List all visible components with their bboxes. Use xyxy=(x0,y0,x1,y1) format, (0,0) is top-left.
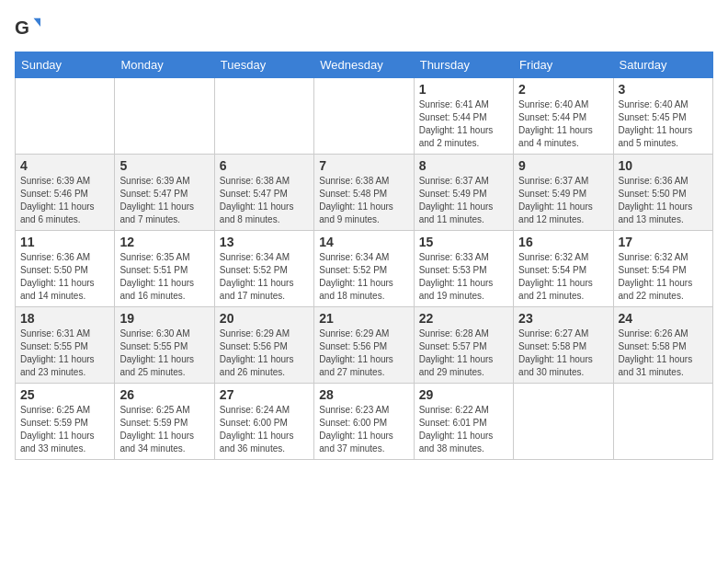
calendar-cell: 9Sunrise: 6:37 AM Sunset: 5:49 PM Daylig… xyxy=(514,155,613,231)
calendar-cell: 13Sunrise: 6:34 AM Sunset: 5:52 PM Dayli… xyxy=(214,231,313,307)
day-info: Sunrise: 6:26 AM Sunset: 5:58 PM Dayligh… xyxy=(619,327,708,379)
calendar-cell xyxy=(314,78,414,155)
calendar-cell xyxy=(214,78,313,155)
day-info: Sunrise: 6:25 AM Sunset: 5:59 PM Dayligh… xyxy=(119,404,209,455)
day-info: Sunrise: 6:23 AM Sunset: 6:00 PM Dayligh… xyxy=(319,404,408,455)
calendar-cell xyxy=(115,78,214,155)
weekday-header-friday: Friday xyxy=(514,52,613,78)
calendar-cell: 2Sunrise: 6:40 AM Sunset: 5:44 PM Daylig… xyxy=(514,78,613,155)
day-number: 6 xyxy=(220,158,309,173)
calendar-cell: 22Sunrise: 6:28 AM Sunset: 5:57 PM Dayli… xyxy=(414,307,513,384)
day-info: Sunrise: 6:33 AM Sunset: 5:53 PM Dayligh… xyxy=(419,251,508,303)
week-row-4: 18Sunrise: 6:31 AM Sunset: 5:55 PM Dayli… xyxy=(16,307,713,384)
day-number: 28 xyxy=(319,387,408,402)
day-info: Sunrise: 6:29 AM Sunset: 5:56 PM Dayligh… xyxy=(220,327,309,379)
calendar-cell: 15Sunrise: 6:33 AM Sunset: 5:53 PM Dayli… xyxy=(414,231,513,307)
day-number: 14 xyxy=(319,235,408,249)
day-info: Sunrise: 6:30 AM Sunset: 5:55 PM Dayligh… xyxy=(119,327,209,379)
calendar-cell: 16Sunrise: 6:32 AM Sunset: 5:54 PM Dayli… xyxy=(514,231,613,307)
week-row-2: 4Sunrise: 6:39 AM Sunset: 5:46 PM Daylig… xyxy=(16,155,713,231)
day-info: Sunrise: 6:38 AM Sunset: 5:47 PM Dayligh… xyxy=(220,175,309,226)
day-info: Sunrise: 6:32 AM Sunset: 5:54 PM Dayligh… xyxy=(518,251,608,303)
calendar-cell: 23Sunrise: 6:27 AM Sunset: 5:58 PM Dayli… xyxy=(514,307,613,384)
calendar-cell: 14Sunrise: 6:34 AM Sunset: 5:52 PM Dayli… xyxy=(314,231,414,307)
day-number: 13 xyxy=(220,235,309,249)
day-number: 20 xyxy=(220,311,309,326)
day-info: Sunrise: 6:22 AM Sunset: 6:01 PM Dayligh… xyxy=(419,404,508,455)
calendar-cell: 12Sunrise: 6:35 AM Sunset: 5:51 PM Dayli… xyxy=(115,231,214,307)
day-info: Sunrise: 6:39 AM Sunset: 5:46 PM Dayligh… xyxy=(20,175,109,226)
week-row-5: 25Sunrise: 6:25 AM Sunset: 5:59 PM Dayli… xyxy=(16,384,713,460)
weekday-header-thursday: Thursday xyxy=(414,52,513,78)
day-info: Sunrise: 6:36 AM Sunset: 5:50 PM Dayligh… xyxy=(619,175,708,226)
calendar-cell: 4Sunrise: 6:39 AM Sunset: 5:46 PM Daylig… xyxy=(16,155,115,231)
weekday-header-monday: Monday xyxy=(115,52,214,78)
calendar-cell: 26Sunrise: 6:25 AM Sunset: 5:59 PM Dayli… xyxy=(115,384,214,460)
week-row-3: 11Sunrise: 6:36 AM Sunset: 5:50 PM Dayli… xyxy=(16,231,713,307)
day-number: 9 xyxy=(518,158,608,173)
calendar-cell: 7Sunrise: 6:38 AM Sunset: 5:48 PM Daylig… xyxy=(314,155,414,231)
day-info: Sunrise: 6:27 AM Sunset: 5:58 PM Dayligh… xyxy=(518,327,608,379)
day-info: Sunrise: 6:34 AM Sunset: 5:52 PM Dayligh… xyxy=(220,251,309,303)
svg-marker-1 xyxy=(34,18,40,27)
svg-text:G: G xyxy=(15,17,29,38)
calendar-cell: 6Sunrise: 6:38 AM Sunset: 5:47 PM Daylig… xyxy=(214,155,313,231)
day-info: Sunrise: 6:36 AM Sunset: 5:50 PM Dayligh… xyxy=(20,251,109,303)
day-number: 26 xyxy=(119,387,209,402)
calendar-cell: 3Sunrise: 6:40 AM Sunset: 5:45 PM Daylig… xyxy=(613,78,712,155)
day-number: 22 xyxy=(419,311,508,326)
day-info: Sunrise: 6:40 AM Sunset: 5:45 PM Dayligh… xyxy=(619,98,708,150)
day-number: 5 xyxy=(119,158,209,173)
day-number: 18 xyxy=(20,311,109,326)
calendar-cell: 19Sunrise: 6:30 AM Sunset: 5:55 PM Dayli… xyxy=(115,307,214,384)
calendar-cell: 11Sunrise: 6:36 AM Sunset: 5:50 PM Dayli… xyxy=(16,231,115,307)
day-number: 19 xyxy=(119,311,209,326)
day-info: Sunrise: 6:39 AM Sunset: 5:47 PM Dayligh… xyxy=(119,175,209,226)
day-info: Sunrise: 6:41 AM Sunset: 5:44 PM Dayligh… xyxy=(419,98,508,150)
calendar-cell: 24Sunrise: 6:26 AM Sunset: 5:58 PM Dayli… xyxy=(613,307,712,384)
day-number: 3 xyxy=(619,82,708,97)
calendar-table: SundayMondayTuesdayWednesdayThursdayFrid… xyxy=(15,52,713,460)
day-info: Sunrise: 6:25 AM Sunset: 5:59 PM Dayligh… xyxy=(20,404,109,455)
day-info: Sunrise: 6:40 AM Sunset: 5:44 PM Dayligh… xyxy=(518,98,608,150)
calendar-cell xyxy=(613,384,712,460)
day-info: Sunrise: 6:34 AM Sunset: 5:52 PM Dayligh… xyxy=(319,251,408,303)
calendar-cell: 8Sunrise: 6:37 AM Sunset: 5:49 PM Daylig… xyxy=(414,155,513,231)
calendar-cell: 29Sunrise: 6:22 AM Sunset: 6:01 PM Dayli… xyxy=(414,384,513,460)
weekday-header-tuesday: Tuesday xyxy=(214,52,313,78)
day-number: 17 xyxy=(619,235,708,249)
calendar-cell: 5Sunrise: 6:39 AM Sunset: 5:47 PM Daylig… xyxy=(115,155,214,231)
calendar-cell xyxy=(16,78,115,155)
day-number: 1 xyxy=(419,82,508,97)
day-number: 15 xyxy=(419,235,508,249)
day-number: 11 xyxy=(20,235,109,249)
day-info: Sunrise: 6:24 AM Sunset: 6:00 PM Dayligh… xyxy=(220,404,309,455)
weekday-header-saturday: Saturday xyxy=(613,52,712,78)
calendar-cell: 21Sunrise: 6:29 AM Sunset: 5:56 PM Dayli… xyxy=(314,307,414,384)
day-number: 24 xyxy=(619,311,708,326)
day-info: Sunrise: 6:29 AM Sunset: 5:56 PM Dayligh… xyxy=(319,327,408,379)
day-info: Sunrise: 6:38 AM Sunset: 5:48 PM Dayligh… xyxy=(319,175,408,226)
day-number: 27 xyxy=(220,387,309,402)
day-info: Sunrise: 6:28 AM Sunset: 5:57 PM Dayligh… xyxy=(419,327,508,379)
weekday-header-row: SundayMondayTuesdayWednesdayThursdayFrid… xyxy=(16,52,713,78)
calendar-cell: 10Sunrise: 6:36 AM Sunset: 5:50 PM Dayli… xyxy=(613,155,712,231)
weekday-header-wednesday: Wednesday xyxy=(314,52,414,78)
calendar-cell: 18Sunrise: 6:31 AM Sunset: 5:55 PM Dayli… xyxy=(16,307,115,384)
day-number: 23 xyxy=(518,311,608,326)
calendar-cell: 20Sunrise: 6:29 AM Sunset: 5:56 PM Dayli… xyxy=(214,307,313,384)
day-number: 25 xyxy=(20,387,109,402)
calendar-cell: 25Sunrise: 6:25 AM Sunset: 5:59 PM Dayli… xyxy=(16,384,115,460)
header: G xyxy=(15,15,713,40)
calendar-cell xyxy=(514,384,613,460)
day-number: 8 xyxy=(419,158,508,173)
week-row-1: 1Sunrise: 6:41 AM Sunset: 5:44 PM Daylig… xyxy=(16,78,713,155)
day-number: 12 xyxy=(119,235,209,249)
day-info: Sunrise: 6:32 AM Sunset: 5:54 PM Dayligh… xyxy=(619,251,708,303)
day-number: 7 xyxy=(319,158,408,173)
logo: G xyxy=(15,15,44,40)
day-number: 16 xyxy=(518,235,608,249)
day-info: Sunrise: 6:31 AM Sunset: 5:55 PM Dayligh… xyxy=(20,327,109,379)
calendar-cell: 28Sunrise: 6:23 AM Sunset: 6:00 PM Dayli… xyxy=(314,384,414,460)
day-number: 21 xyxy=(319,311,408,326)
